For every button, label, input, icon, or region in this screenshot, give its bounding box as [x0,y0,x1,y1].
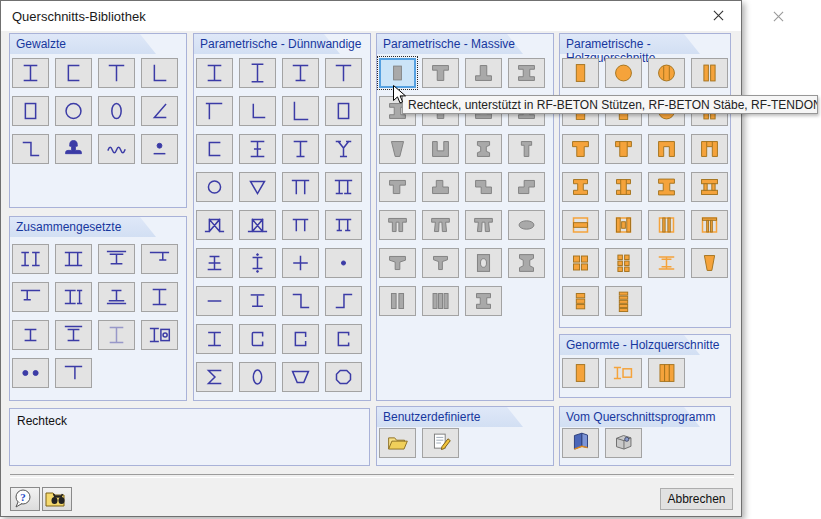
section-button-v-taper-solid[interactable] [379,134,416,164]
section-button-l-step-solid[interactable] [422,172,459,202]
section-button-double-i-timber[interactable] [691,172,728,202]
section-button-t-thin-solid[interactable] [508,134,545,164]
section-button-flat-bar[interactable] [196,286,233,316]
section-button-i-channel[interactable] [55,282,92,312]
section-button-rect-genormt[interactable] [562,358,599,388]
section-button-i-timber[interactable] [562,172,599,202]
library-search-button[interactable] [42,487,72,511]
section-button-tee-thin-2[interactable] [282,134,319,164]
section-button-double-round[interactable] [12,358,49,388]
section-button-tee-solid[interactable] [422,58,459,88]
section-button-i-dotted[interactable] [239,248,276,278]
section-button-i-wide-timber[interactable] [648,172,685,202]
section-button-angle-thin[interactable] [239,96,276,126]
section-button-half-i-top[interactable] [55,358,92,388]
section-button-pi-feet[interactable] [325,172,362,202]
section-button-i-mid-tick[interactable] [239,134,276,164]
section-button-i-sym[interactable] [196,58,233,88]
section-button-shape-massive-3d[interactable] [605,428,642,458]
section-button-tee-thin[interactable] [325,58,362,88]
section-button-i-top-plate[interactable] [98,244,135,274]
section-button-edit-section[interactable] [422,428,459,458]
section-button-y-thin[interactable] [325,134,362,164]
section-button-ellipse-solid[interactable] [508,210,545,240]
section-button-hat-lattice-2[interactable] [239,210,276,240]
section-button-i-solid[interactable] [508,58,545,88]
section-button-pi-open[interactable] [282,172,319,202]
section-button-i-plate-top[interactable] [55,320,92,350]
section-button-pipe-thin[interactable] [239,362,276,392]
section-button-t-taper-solid[interactable] [379,248,416,278]
section-button-i-notch-timber[interactable] [605,172,642,202]
section-button-c-lip-2[interactable] [325,324,362,354]
section-button-tee-rolled[interactable] [98,58,135,88]
section-button-round-bar[interactable] [141,134,178,164]
section-button-rail-solid[interactable] [465,134,502,164]
section-button-i-rolled[interactable] [12,58,49,88]
section-button-crane-rail[interactable] [55,134,92,164]
section-button-c-lip-1[interactable] [282,324,319,354]
section-button-six-timber[interactable] [605,248,642,278]
section-button-tri-down[interactable] [239,172,276,202]
section-button-double-i[interactable] [12,244,49,274]
section-button-box-2cell-timber[interactable] [605,210,642,240]
section-button-stack5-timber[interactable] [605,286,642,316]
section-button-i-light[interactable] [98,320,135,350]
section-button-sigma-thin[interactable] [196,362,233,392]
section-button-double-rect-timber[interactable] [691,58,728,88]
section-button-cross-thin[interactable] [282,248,319,278]
section-button-box-rolled[interactable] [12,96,49,126]
section-button-i-circle-box[interactable] [141,320,178,350]
section-button-s-thin[interactable] [325,286,362,316]
section-button-i-beam-solid[interactable] [465,286,502,316]
section-button-octagon-thin[interactable] [325,362,362,392]
section-button-i-serif[interactable] [196,324,233,354]
section-button-i-plate-heavy[interactable] [239,286,276,316]
section-button-t-step-solid[interactable] [379,172,416,202]
section-button-angle-rolled[interactable] [141,58,178,88]
section-button-i-narrow[interactable] [12,320,49,350]
section-button-box-hband-timber[interactable] [562,210,599,240]
section-button-v-timber[interactable] [691,248,728,278]
section-button-hat-lattice[interactable] [196,210,233,240]
section-button-circle-split-timber[interactable] [648,58,685,88]
section-button-z-rolled[interactable] [12,134,49,164]
section-button-u-notch-timber[interactable] [691,134,728,164]
section-button-round-hollow-rolled[interactable] [55,96,92,126]
section-button-open-folder[interactable] [379,428,416,458]
section-button-box-3cell-timber[interactable] [691,210,728,240]
help-button[interactable]: ? [10,487,40,511]
section-button-circle-thin[interactable] [196,172,233,202]
section-button-angle-unequal-rolled[interactable] [141,96,178,126]
section-button-i-bottom-plate[interactable] [98,282,135,312]
section-button-i-tall[interactable] [239,58,276,88]
section-button-box-thin[interactable] [325,96,362,126]
section-button-dot-thin[interactable] [325,248,362,278]
section-button-tee-plate[interactable] [12,282,49,312]
section-button-z-step-solid[interactable] [465,172,502,202]
section-button-quad-timber[interactable] [562,248,599,278]
section-button-t-taper-solid-2[interactable] [422,248,459,278]
section-button-shape-thin-3d[interactable] [562,428,599,458]
cancel-button[interactable]: Abbrechen [660,488,733,510]
section-button-pi-open-2[interactable] [282,210,319,240]
section-button-i-plain[interactable] [141,282,178,312]
section-button-channel-rolled[interactable] [55,58,92,88]
section-button-c-lip-round[interactable] [239,324,276,354]
section-button-rect-hole-solid[interactable] [465,248,502,278]
section-button-circle-timber[interactable] [605,58,642,88]
section-button-double-channel[interactable] [55,244,92,274]
section-button-pipe-rolled[interactable] [98,96,135,126]
section-button-pi-solid[interactable] [379,210,416,240]
section-button-angle-thin-2[interactable] [282,96,319,126]
section-button-triple-rect-solid[interactable] [422,286,459,316]
section-button-tee-notch-timber[interactable] [605,134,642,164]
section-button-tee-inv-solid[interactable] [465,58,502,88]
section-button-z-thin[interactable] [282,286,319,316]
section-button-box-vbars-timber[interactable] [648,210,685,240]
section-button-pi-feet-2[interactable] [325,210,362,240]
section-button-tee-hang[interactable] [141,244,178,274]
section-button-tee-rot[interactable] [196,96,233,126]
section-button-i-asym[interactable] [282,58,319,88]
section-button-s-step-solid[interactable] [508,172,545,202]
